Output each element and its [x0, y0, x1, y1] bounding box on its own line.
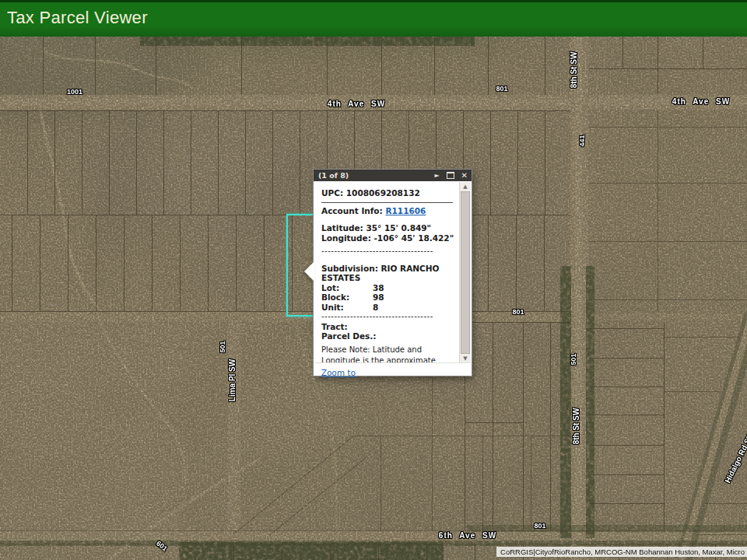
page-title: Tax Parcel Viewer: [0, 0, 747, 28]
map-canvas[interactable]: 4th Ave SW 4th Ave SW 1001 801 8th St SW…: [0, 37, 747, 560]
close-icon[interactable]: ✕: [461, 172, 468, 180]
tax-parcel-viewer-app: Tax Parcel Viewer: [0, 0, 747, 560]
divider-line: [321, 202, 453, 203]
popup-content: UPC: 1008069208132 Account Info: R111606…: [314, 182, 454, 365]
street-label-4th-ave-sw-mid: 4th Ave SW: [328, 100, 385, 108]
popup-pointer: [304, 261, 314, 282]
street-label-6th-ave-sw: 6th Ave SW: [439, 531, 496, 540]
map-attribution: CoRRGIS|CityofRioRancho, MRCOG-NM Bohann…: [496, 547, 747, 557]
tract-field: Tract:: [321, 322, 454, 332]
parcel-des-field: Parcel Des.:: [321, 331, 454, 341]
dashed-divider: -----------------------------------: [321, 312, 454, 322]
dashed-divider: -----------------------------------: [321, 247, 454, 257]
account-info-field: Account Info: R111606: [321, 206, 454, 216]
subdivision-field: Subdivision: RIO RANCHO ESTATES: [321, 264, 454, 283]
lot-field: Lot:38: [321, 283, 454, 293]
longitude-field: Longitude: -106° 45' 18.422": [321, 233, 454, 243]
address-label-441: 441: [578, 135, 586, 146]
street-label-8th-st-sw-bottom: 8th St SW: [572, 408, 580, 445]
scroll-thumb[interactable]: [461, 191, 470, 354]
zoom-to-link[interactable]: Zoom to: [321, 368, 356, 377]
parcel-info-popup: (1 of 8) ► ✕ UPC: 1008069208132 Account …: [314, 170, 472, 376]
address-label-501-right: 501: [570, 353, 577, 365]
maximize-icon[interactable]: [447, 172, 454, 179]
account-info-link[interactable]: R111606: [385, 206, 426, 215]
address-label-501-left: 501: [219, 341, 226, 352]
unit-field: Unit:8: [321, 303, 454, 313]
block-field: Block:98: [321, 292, 454, 303]
street-label-4th-ave-sw-right: 4th Ave SW: [672, 97, 730, 106]
scroll-up-icon[interactable]: ▲: [460, 182, 471, 191]
address-label-801-bottom: 801: [534, 522, 545, 530]
popup-body: UPC: 1008069208132 Account Info: R111606…: [314, 181, 472, 376]
popup-footer: Zoom to: [314, 362, 471, 375]
popup-scrollbar[interactable]: ▲ ▼: [459, 182, 471, 363]
address-label-1001: 1001: [67, 88, 82, 96]
address-label-801-top: 801: [496, 85, 507, 93]
app-header: Tax Parcel Viewer: [0, 0, 747, 37]
upc-field: UPC: 1008069208132: [321, 188, 454, 198]
popup-titlebar[interactable]: (1 of 8) ► ✕: [314, 170, 472, 181]
latitude-field: Latitude: 35° 15' 0.849": [321, 223, 454, 233]
street-label-8th-st-sw-top: 8th St SW: [570, 52, 578, 89]
popup-pager: (1 of 8): [318, 171, 434, 180]
street-label-lima-pl-sw: Lima Pl SW: [228, 359, 237, 401]
address-label-801-mid: 801: [512, 308, 524, 316]
next-feature-icon[interactable]: ►: [434, 172, 439, 180]
